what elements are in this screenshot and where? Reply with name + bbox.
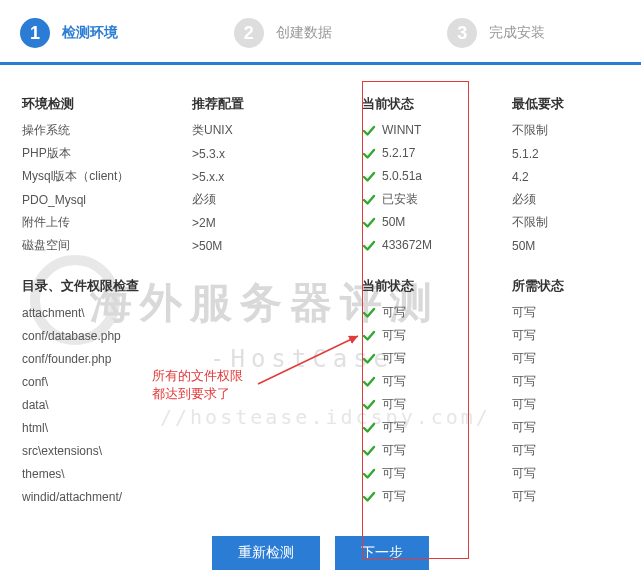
env-item-min: 4.2 bbox=[508, 165, 623, 188]
perm-item-required: 可写 bbox=[508, 301, 623, 324]
recheck-button[interactable]: 重新检测 bbox=[212, 536, 320, 570]
content-area: 海外服务器评测 -HostCase- //hostease.idcspy.com… bbox=[0, 65, 641, 522]
install-steps: 1 检测环境 2 创建数据 3 完成安装 bbox=[0, 0, 641, 65]
perm-col-current: 当前状态 bbox=[358, 257, 508, 301]
perm-item-current: 可写 bbox=[358, 301, 508, 324]
perm-col-required: 所需状态 bbox=[508, 257, 623, 301]
perm-item-name: conf\ bbox=[18, 370, 358, 393]
env-row: Mysql版本（client）>5.x.x5.0.51a4.2 bbox=[18, 165, 623, 188]
perm-item-name: conf/database.php bbox=[18, 324, 358, 347]
env-item-name: 附件上传 bbox=[18, 211, 188, 234]
env-row: PHP版本>5.3.x5.2.175.1.2 bbox=[18, 142, 623, 165]
step-1: 1 检测环境 bbox=[0, 18, 214, 48]
perm-item-required: 可写 bbox=[508, 485, 623, 508]
env-item-name: PDO_Mysql bbox=[18, 188, 188, 211]
env-item-current: 5.0.51a bbox=[358, 165, 508, 188]
env-row: 磁盘空间>50M433672M50M bbox=[18, 234, 623, 257]
next-button[interactable]: 下一步 bbox=[335, 536, 429, 570]
step-3-label: 完成安装 bbox=[489, 24, 545, 42]
env-item-current: 50M bbox=[358, 211, 508, 234]
perm-row: themes\可写可写 bbox=[18, 462, 623, 485]
env-item-rec: >5.x.x bbox=[188, 165, 358, 188]
perm-row: conf\可写可写 bbox=[18, 370, 623, 393]
env-item-name: PHP版本 bbox=[18, 142, 188, 165]
perm-row: html\可写可写 bbox=[18, 416, 623, 439]
env-check-table: 环境检测 推荐配置 当前状态 最低要求 操作系统类UNIXWINNT不限制PHP… bbox=[18, 89, 623, 508]
perm-item-required: 可写 bbox=[508, 370, 623, 393]
perm-row: windid/attachment/可写可写 bbox=[18, 485, 623, 508]
perm-item-current: 可写 bbox=[358, 439, 508, 462]
perm-item-name: html\ bbox=[18, 416, 358, 439]
env-row: 附件上传>2M50M不限制 bbox=[18, 211, 623, 234]
env-item-rec: >2M bbox=[188, 211, 358, 234]
perm-row: conf/database.php可写可写 bbox=[18, 324, 623, 347]
perm-item-required: 可写 bbox=[508, 439, 623, 462]
step-2: 2 创建数据 bbox=[214, 18, 428, 48]
perm-item-name: data\ bbox=[18, 393, 358, 416]
perm-item-current: 可写 bbox=[358, 347, 508, 370]
perm-row: attachment\可写可写 bbox=[18, 301, 623, 324]
perm-col-name: 目录、文件权限检查 bbox=[18, 257, 358, 301]
perm-row: data\可写可写 bbox=[18, 393, 623, 416]
perm-item-name: conf/founder.php bbox=[18, 347, 358, 370]
perm-item-name: windid/attachment/ bbox=[18, 485, 358, 508]
perm-item-required: 可写 bbox=[508, 347, 623, 370]
perm-item-name: attachment\ bbox=[18, 301, 358, 324]
perm-item-current: 可写 bbox=[358, 462, 508, 485]
env-item-min: 50M bbox=[508, 234, 623, 257]
button-bar: 重新检测 下一步 bbox=[0, 522, 641, 575]
env-col-name: 环境检测 bbox=[18, 89, 188, 119]
env-item-name: 操作系统 bbox=[18, 119, 188, 142]
env-col-current: 当前状态 bbox=[358, 89, 508, 119]
env-item-rec: 必须 bbox=[188, 188, 358, 211]
perm-item-name: src\extensions\ bbox=[18, 439, 358, 462]
perm-item-current: 可写 bbox=[358, 370, 508, 393]
step-1-num: 1 bbox=[20, 18, 50, 48]
perm-item-required: 可写 bbox=[508, 416, 623, 439]
perm-item-required: 可写 bbox=[508, 324, 623, 347]
step-2-num: 2 bbox=[234, 18, 264, 48]
env-item-current: 5.2.17 bbox=[358, 142, 508, 165]
perm-item-current: 可写 bbox=[358, 485, 508, 508]
env-item-rec: >50M bbox=[188, 234, 358, 257]
env-item-name: Mysql版本（client） bbox=[18, 165, 188, 188]
env-item-name: 磁盘空间 bbox=[18, 234, 188, 257]
env-item-min: 不限制 bbox=[508, 211, 623, 234]
env-row: PDO_Mysql必须已安装必须 bbox=[18, 188, 623, 211]
step-1-label: 检测环境 bbox=[62, 24, 118, 42]
perm-item-name: themes\ bbox=[18, 462, 358, 485]
step-2-label: 创建数据 bbox=[276, 24, 332, 42]
env-item-current: 已安装 bbox=[358, 188, 508, 211]
env-item-rec: 类UNIX bbox=[188, 119, 358, 142]
step-3: 3 完成安装 bbox=[427, 18, 641, 48]
step-3-num: 3 bbox=[447, 18, 477, 48]
env-col-min: 最低要求 bbox=[508, 89, 623, 119]
perm-item-required: 可写 bbox=[508, 462, 623, 485]
perm-item-current: 可写 bbox=[358, 324, 508, 347]
env-item-min: 必须 bbox=[508, 188, 623, 211]
perm-row: src\extensions\可写可写 bbox=[18, 439, 623, 462]
env-item-min: 5.1.2 bbox=[508, 142, 623, 165]
env-item-current: 433672M bbox=[358, 234, 508, 257]
perm-item-required: 可写 bbox=[508, 393, 623, 416]
perm-item-current: 可写 bbox=[358, 416, 508, 439]
env-row: 操作系统类UNIXWINNT不限制 bbox=[18, 119, 623, 142]
env-item-current: WINNT bbox=[358, 119, 508, 142]
perm-item-current: 可写 bbox=[358, 393, 508, 416]
perm-row: conf/founder.php可写可写 bbox=[18, 347, 623, 370]
env-item-rec: >5.3.x bbox=[188, 142, 358, 165]
env-item-min: 不限制 bbox=[508, 119, 623, 142]
env-col-recommended: 推荐配置 bbox=[188, 89, 358, 119]
